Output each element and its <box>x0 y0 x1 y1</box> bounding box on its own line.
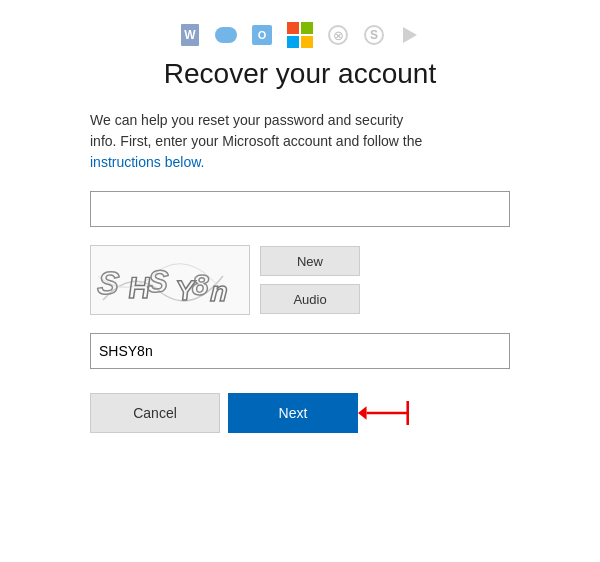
microsoft-logo <box>287 22 313 48</box>
new-captcha-button[interactable]: New <box>260 246 360 276</box>
main-content: Recover your account We can help you res… <box>80 58 520 433</box>
audio-captcha-button[interactable]: Audio <box>260 284 360 314</box>
onedrive-icon <box>215 24 237 46</box>
cancel-button[interactable]: Cancel <box>90 393 220 433</box>
arrow-indicator <box>358 397 418 429</box>
outlook-icon <box>251 24 273 46</box>
page-title: Recover your account <box>164 58 436 90</box>
next-button[interactable]: Next <box>228 393 358 433</box>
play-icon <box>399 24 421 46</box>
word-icon <box>179 24 201 46</box>
action-buttons: Cancel Next <box>90 393 510 433</box>
arrow-svg <box>358 397 418 429</box>
svg-text:8: 8 <box>192 268 209 301</box>
xbox-icon <box>327 24 349 46</box>
svg-text:S: S <box>146 264 169 299</box>
captcha-text-input[interactable] <box>90 333 510 369</box>
description-text: We can help you reset your password and … <box>90 110 422 173</box>
captcha-row: S H S Y 8 n New Audio <box>90 245 510 315</box>
captcha-buttons: New Audio <box>260 246 360 314</box>
svg-text:S: S <box>96 265 121 301</box>
svg-marker-7 <box>358 406 367 420</box>
svg-text:n: n <box>209 276 228 307</box>
instructions-link[interactable]: instructions below. <box>90 154 204 170</box>
product-icons-bar <box>179 22 421 48</box>
email-input[interactable] <box>90 191 510 227</box>
captcha-svg: S H S Y 8 n <box>93 246 248 314</box>
skype-icon <box>363 24 385 46</box>
captcha-image: S H S Y 8 n <box>90 245 250 315</box>
